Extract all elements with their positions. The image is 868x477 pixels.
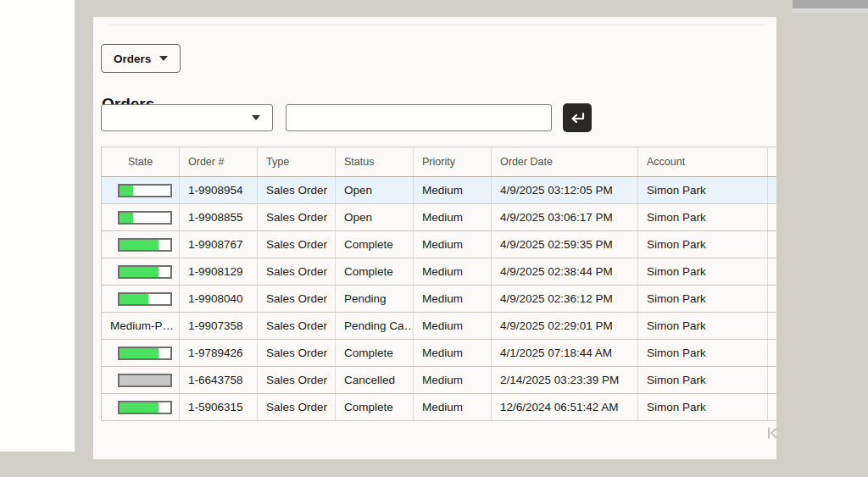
table-row[interactable]: Medium-Pe…1-9907358Sales OrderPending Ca… xyxy=(102,313,777,340)
order-number-link[interactable]: 1-9908040 xyxy=(180,286,258,313)
order-date-cell: 4/9/2025 02:36:12 PM xyxy=(492,286,638,313)
priority-cell: Medium xyxy=(414,394,492,421)
priority-cell: Medium xyxy=(414,313,492,340)
top-right-scrollbar-fragment xyxy=(793,0,868,8)
account-link[interactable]: Simon Park xyxy=(638,231,768,258)
state-progress-fill xyxy=(120,348,159,358)
status-cell: Open xyxy=(336,177,414,204)
state-cell xyxy=(102,394,180,421)
state-progress-bar xyxy=(118,211,172,225)
type-cell: Sales Order xyxy=(258,204,336,231)
table-row[interactable]: 1-9789426Sales OrderCompleteMedium4/1/20… xyxy=(102,340,777,367)
status-cell: Pending Ca… xyxy=(336,313,414,340)
account-link[interactable]: Simon Park xyxy=(638,258,768,286)
table-row[interactable]: 1-9908767Sales OrderCompleteMedium4/9/20… xyxy=(102,231,777,258)
order-number-link[interactable]: 1-9908855 xyxy=(180,204,258,231)
order-number-link[interactable]: 1-9908767 xyxy=(180,231,258,258)
order-number-link[interactable]: 1-6643758 xyxy=(180,367,258,394)
column-header-type[interactable]: Type xyxy=(258,147,336,177)
order-number-link[interactable]: 1-5906315 xyxy=(180,394,258,421)
state-progress-fill xyxy=(120,402,159,413)
status-cell: Complete xyxy=(336,258,414,286)
truncated-extra-cell xyxy=(768,204,777,231)
type-cell: Sales Order xyxy=(258,258,336,286)
state-progress-fill xyxy=(120,213,134,223)
orders-menu-button-label: Orders xyxy=(114,53,151,65)
column-header-account[interactable]: Account xyxy=(638,147,768,177)
first-page-icon[interactable] xyxy=(765,426,776,440)
type-cell: Sales Order xyxy=(258,313,336,340)
order-date-cell: 4/9/2025 03:06:17 PM xyxy=(492,204,638,231)
state-cell xyxy=(102,258,180,286)
account-link[interactable]: Simon Park xyxy=(638,313,768,340)
priority-cell: Medium xyxy=(414,258,492,286)
state-cell xyxy=(102,367,180,394)
table-row[interactable]: 1-9908129Sales OrderCompleteMedium4/9/20… xyxy=(102,258,777,286)
account-link[interactable]: Simon Park xyxy=(638,367,768,394)
order-date-cell: 2/14/2025 03:23:39 PM xyxy=(492,367,638,394)
table-row[interactable]: 1-9908954Sales OrderOpenMedium4/9/2025 0… xyxy=(102,177,777,204)
state-progress-bar xyxy=(118,238,172,252)
priority-cell: Medium xyxy=(414,204,492,231)
order-number-link[interactable]: 1-9907358 xyxy=(180,313,258,340)
table-row[interactable]: 1-9908855Sales OrderOpenMedium4/9/2025 0… xyxy=(102,204,777,231)
order-number-link[interactable]: 1-9789426 xyxy=(180,340,258,367)
order-date-cell: 4/9/2025 03:12:05 PM xyxy=(492,177,638,204)
status-cell: Open xyxy=(336,204,414,231)
table-row[interactable]: 1-6643758Sales OrderCancelledMedium2/14/… xyxy=(102,367,777,394)
table-row[interactable]: 1-5906315Sales OrderCompleteMedium12/6/2… xyxy=(102,394,777,421)
order-date-cell: 4/9/2025 02:38:44 PM xyxy=(492,258,638,286)
state-cell xyxy=(102,231,180,258)
search-input[interactable] xyxy=(286,104,552,131)
state-progress-fill xyxy=(120,294,149,304)
card-top-divider xyxy=(108,25,765,25)
account-link[interactable]: Simon Park xyxy=(638,394,768,421)
orders-table-header: StateOrder #TypeStatusPriorityOrder Date… xyxy=(102,147,777,177)
account-link[interactable]: Simon Park xyxy=(638,177,768,204)
order-date-cell: 4/1/2025 07:18:44 AM xyxy=(492,340,638,367)
state-progress-bar xyxy=(118,401,172,414)
priority-cell: Medium xyxy=(414,340,492,367)
column-header-order-date[interactable]: Order Date xyxy=(492,147,638,177)
type-cell: Sales Order xyxy=(258,394,336,421)
status-cell: Complete xyxy=(336,340,414,367)
state-progress-fill xyxy=(120,267,159,277)
order-date-cell: 4/9/2025 02:29:01 PM xyxy=(492,313,638,340)
priority-cell: Medium xyxy=(414,177,492,204)
order-number-link[interactable]: 1-9908954 xyxy=(180,177,258,204)
orders-menu-button[interactable]: Orders xyxy=(101,44,181,73)
order-number-link[interactable]: 1-9908129 xyxy=(180,258,258,286)
type-cell: Sales Order xyxy=(258,286,336,313)
account-link[interactable]: Simon Park xyxy=(638,286,768,313)
table-row[interactable]: 1-9908040Sales OrderPendingMedium4/9/202… xyxy=(102,286,777,313)
priority-cell: Medium xyxy=(414,286,492,313)
orders-content-card: Orders Orders StateOrder #TypeStatusPrio… xyxy=(93,17,776,459)
state-progress-bar xyxy=(118,374,172,387)
state-progress-fill xyxy=(120,240,159,250)
state-progress-bar xyxy=(118,292,172,306)
column-header-status[interactable]: Status xyxy=(336,147,414,177)
truncated-extra-cell xyxy=(768,286,777,313)
status-cell: Complete xyxy=(336,231,414,258)
column-header-state[interactable]: State xyxy=(102,147,180,177)
return-arrow-icon xyxy=(569,111,586,125)
truncated-extra-cell xyxy=(768,258,777,286)
orders-table: StateOrder #TypeStatusPriorityOrder Date… xyxy=(101,147,776,421)
state-cell xyxy=(102,204,180,231)
order-date-cell: 4/9/2025 02:59:35 PM xyxy=(492,231,638,258)
status-cell: Complete xyxy=(336,394,414,421)
status-cell: Pending xyxy=(336,286,414,313)
submit-search-button[interactable] xyxy=(563,103,592,132)
column-header-priority[interactable]: Priority xyxy=(414,147,492,177)
account-link[interactable]: Simon Park xyxy=(638,204,768,231)
truncated-extra-cell xyxy=(768,313,777,340)
priority-cell: Medium xyxy=(414,367,492,394)
view-dropdown[interactable] xyxy=(101,104,273,131)
account-link[interactable]: Simon Park xyxy=(638,340,768,367)
column-header-order-[interactable]: Order # xyxy=(180,147,258,177)
truncated-extra-cell xyxy=(768,231,777,258)
state-cell xyxy=(102,177,180,204)
type-cell: Sales Order xyxy=(258,367,336,394)
status-cell: Cancelled xyxy=(336,367,414,394)
column-header-extra[interactable] xyxy=(768,147,777,177)
